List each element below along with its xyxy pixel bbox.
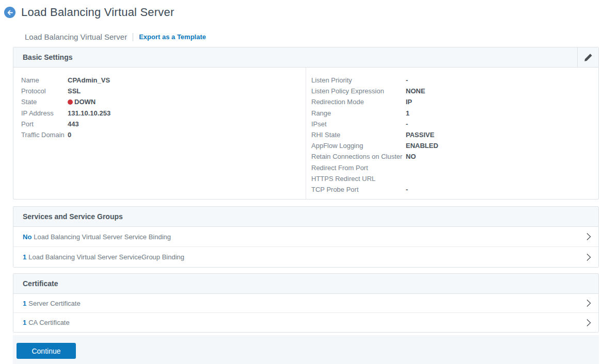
edit-basic-settings-button[interactable] [577, 47, 598, 68]
continue-button[interactable]: Continue [17, 343, 76, 359]
field-name: Name CPAdmin_VS [21, 75, 306, 86]
basic-settings-content: Name CPAdmin_VS Protocol SSL State DOWN … [13, 68, 598, 199]
services-panel: Services and Service Groups NoLoad Balan… [13, 206, 599, 268]
service-binding-label: Load Balancing Virtual Server Service Bi… [34, 233, 171, 241]
back-arrow-icon [7, 9, 13, 16]
field-range: Range 1 [311, 108, 598, 119]
field-retain-connections-on-cluster: Retain Connections on Cluster NO [311, 151, 598, 162]
basic-settings-title: Basic Settings [23, 53, 72, 61]
service-binding-row[interactable]: NoLoad Balancing Virtual Server Service … [13, 227, 598, 247]
field-redirect-from-port: Redirect From Port [311, 162, 598, 173]
certificate-panel-header: Certificate [13, 274, 598, 294]
field-rhi-state: RHI State PASSIVE [311, 129, 598, 140]
state-value: DOWN [74, 98, 96, 106]
field-protocol: Protocol SSL [21, 86, 306, 96]
server-certificate-count: 1 [23, 300, 26, 307]
server-certificate-row[interactable]: 1Server Certificate [13, 294, 598, 313]
servicegroup-binding-count: 1 [23, 253, 26, 261]
field-tcp-probe-port: TCP Probe Port - [311, 184, 598, 195]
field-https-redirect-url: HTTPS Redirect URL [311, 173, 598, 184]
servicegroup-binding-row[interactable]: 1Load Balancing Virtual Server ServiceGr… [13, 247, 598, 267]
back-button[interactable] [4, 7, 15, 18]
service-binding-count: No [23, 233, 31, 241]
field-traffic-domain: Traffic Domain 0 [21, 129, 306, 140]
chevron-right-icon [586, 319, 591, 327]
footer-action-bar: Continue [13, 335, 599, 364]
sub-header-divider [133, 33, 133, 41]
page-header: Load Balancing Virtual Server [0, 0, 604, 19]
chevron-right-icon [586, 253, 591, 261]
sub-title: Load Balancing Virtual Server [25, 32, 127, 41]
export-as-template-link[interactable]: Export as a Template [139, 33, 206, 41]
server-certificate-label: Server Certificate [28, 300, 80, 307]
basic-settings-header: Basic Settings [13, 47, 598, 68]
servicegroup-binding-label: Load Balancing Virtual Server ServiceGro… [28, 253, 184, 261]
field-appflow-logging: AppFlow Logging ENABLED [311, 140, 598, 151]
services-panel-title: Services and Service Groups [23, 212, 123, 221]
certificate-panel: Certificate 1Server Certificate 1CA Cert… [13, 273, 599, 333]
pencil-icon [584, 53, 593, 62]
field-redirection-mode: Redirection Mode IP [311, 96, 598, 107]
field-listen-policy-expression: Listen Policy Expression NONE [311, 86, 598, 96]
ca-certificate-count: 1 [23, 319, 26, 326]
ca-certificate-row[interactable]: 1CA Certificate [13, 313, 598, 332]
services-panel-header: Services and Service Groups [13, 207, 598, 227]
field-ipset: IPset - [311, 119, 598, 129]
field-state: State DOWN [21, 96, 306, 107]
field-port: Port 443 [21, 119, 306, 129]
basic-settings-right-column: Listen Priority - Listen Policy Expressi… [306, 68, 598, 199]
state-down-indicator-icon [68, 100, 73, 105]
certificate-panel-title: Certificate [23, 279, 58, 288]
field-listen-priority: Listen Priority - [311, 75, 598, 86]
basic-settings-panel: Basic Settings Name CPAdmin_VS Protocol … [13, 47, 599, 200]
ca-certificate-label: CA Certificate [28, 319, 69, 326]
chevron-right-icon [586, 233, 591, 241]
basic-settings-left-column: Name CPAdmin_VS Protocol SSL State DOWN … [13, 68, 306, 199]
sub-header: Load Balancing Virtual Server Export as … [25, 32, 604, 41]
chevron-right-icon [586, 299, 591, 307]
page-title: Load Balancing Virtual Server [21, 6, 174, 19]
field-ip-address: IP Address 131.10.10.253 [21, 108, 306, 119]
